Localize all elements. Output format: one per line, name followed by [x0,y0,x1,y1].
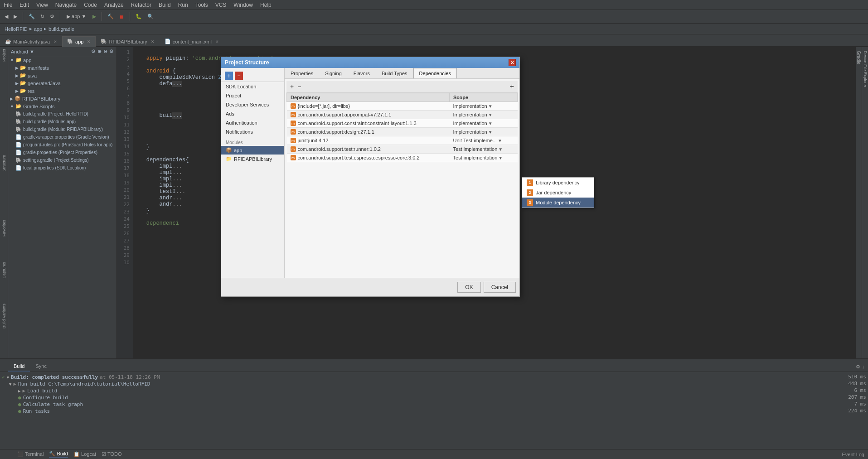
bottom-bar-todo[interactable]: ☑ TODO [102,451,121,457]
tab-build-types[interactable]: Build Types [376,68,413,78]
bottom-tab-build[interactable]: Build [8,362,30,372]
menu-item-navigate[interactable]: Navigate [52,1,80,9]
menu-item-refactor[interactable]: Refactor [127,1,155,9]
sidebar-item-java[interactable]: ▶ 📂 java [8,72,116,79]
expand-icon[interactable]: ⊕ [97,48,102,54]
menu-item-run[interactable]: Run [175,1,192,9]
tab-flavors[interactable]: Flavors [348,68,376,78]
sidebar-item-proguard[interactable]: 📄 proguard-rules.pro (ProGuard Rules for… [8,141,116,149]
tab-contentmain[interactable]: 📄 content_main.xml ✕ [160,36,224,46]
sidebar-item-app[interactable]: ▼ 📁 app [8,56,116,64]
forward-btn[interactable]: ▶ [12,13,19,20]
tab-close-contentmain[interactable]: ✕ [215,39,219,44]
sidebar-authentication[interactable]: Authentication [221,118,284,127]
project-btn[interactable]: 🔧 [27,13,37,20]
bottom-tab-sync[interactable]: Sync [30,362,52,372]
gear-icon[interactable]: ⚙ [91,48,96,54]
sidebar-item-local[interactable]: 📄 local.properties (SDK Location) [8,164,116,172]
run-btn[interactable]: ▶ [91,13,98,20]
capture-icon[interactable]: Captures [0,262,8,279]
ok-button[interactable]: OK [457,282,480,293]
menu-item-vcs[interactable]: VCS [212,1,230,9]
app-selector[interactable]: ▶ app ▼ [64,13,89,20]
sidebar-item-gradle-properties[interactable]: 📄 gradle.properties (Project Properties) [8,149,116,156]
dropdown-item-jar[interactable]: 2 Jar dependency [522,188,594,198]
sidebar-project[interactable]: Project [221,91,284,100]
filter-icon[interactable]: ⚙ [109,48,114,54]
menu-item-file[interactable]: File [0,1,16,9]
build-variants-icon[interactable]: Build Variants [0,304,8,329]
gradle-panel[interactable]: Gradle [855,47,862,358]
tab-dependencies[interactable]: Dependencies [413,68,457,78]
scope-dropdown-5[interactable]: ▼ [498,147,503,152]
menu-item-help[interactable]: Help [257,1,275,9]
tab-mainactivity[interactable]: ☕ MainActivity.java ✕ [0,36,62,46]
bottom-bar-logcat[interactable]: 📋 Logcat [73,451,96,457]
debug-btn[interactable]: 🐛 [134,13,144,20]
collapse-icon[interactable]: ⊖ [103,48,107,54]
sidebar-ads[interactable]: Ads [221,109,284,118]
sidebar-module-rfid[interactable]: 📁 RFIDAPBILibrary [221,155,284,163]
cancel-button[interactable]: Cancel [484,282,516,293]
sidebar-developer-services[interactable]: Developer Services [221,100,284,109]
scope-dropdown-6[interactable]: ▼ [498,155,503,160]
build-btn[interactable]: 🔨 [106,13,116,20]
sidebar-item-gradle-scripts[interactable]: ▼ 📂 Gradle Scripts [8,102,116,110]
menu-item-build[interactable]: Build [155,1,175,9]
event-log-btn[interactable]: Event Log [842,452,864,457]
tab-close-app[interactable]: ✕ [87,39,91,44]
settings-btn[interactable]: ⚙ [48,13,56,20]
add-module-btn[interactable]: + [225,72,233,80]
collapse-arrow-icon[interactable]: ▼ [7,375,9,380]
menu-item-edit[interactable]: Edit [16,1,33,9]
sync-btn[interactable]: ↻ [39,13,46,20]
sidebar-item-generatedjava[interactable]: ▶ 📂 generatedJava [8,79,116,87]
breadcrumb-file[interactable]: build.gradle [48,26,74,32]
menu-item-window[interactable]: Window [230,1,257,9]
sidebar-item-rfidlib[interactable]: ▶ 📦 RFIDAPBILibrary [8,95,116,102]
menu-item-view[interactable]: View [33,1,52,9]
tab-app[interactable]: 🐘 app ✕ [62,36,96,47]
tab-properties[interactable]: Properties [285,68,319,78]
tab-signing[interactable]: Signing [319,68,348,78]
stop-btn[interactable]: ⏹ [117,13,126,20]
scope-dropdown-3[interactable]: ▼ [488,130,493,135]
bottom-bar-build[interactable]: 🔨 Build [49,451,68,458]
sidebar-item-build-rfid[interactable]: 🐘 build.gradle (Module: RFIDAPBILibrary) [8,126,116,133]
sidebar-sdk-location[interactable]: SDK Location [221,82,284,91]
sidebar-item-settings[interactable]: 🐘 settings.gradle (Project Settings) [8,156,116,164]
device-file-explorer[interactable]: Device File Explorer [862,47,868,358]
search-btn[interactable]: 🔍 [145,13,155,20]
sidebar-module-app[interactable]: 📦 app [221,146,284,155]
menu-item-analyze[interactable]: Analyze [101,1,127,9]
menu-item-code[interactable]: Code [80,1,101,9]
sidebar-notifications[interactable]: Notifications [221,127,284,136]
scope-dropdown-4[interactable]: ▼ [498,138,502,143]
remove-module-btn[interactable]: − [235,72,243,80]
android-dropdown[interactable]: Android ▼ [11,49,34,54]
menu-item-tools[interactable]: Tools [192,1,212,9]
tab-close-mainactivity[interactable]: ✕ [53,39,57,44]
structure-icon[interactable]: Structure [0,155,8,172]
run-expand-icon[interactable]: ▼ [9,382,11,387]
bottom-settings-btn[interactable]: ⚙ ↓ [852,362,868,372]
remove-dep-btn[interactable]: − [296,83,302,90]
sidebar-item-res[interactable]: ▶ 📂 res [8,87,116,95]
project-icon[interactable]: Project [0,49,8,62]
tab-rfid[interactable]: 🐘 RFIDAPBILibrary ✕ [96,36,159,46]
sidebar-item-wrapper[interactable]: 📄 gradle-wrapper.properties (Gradle Vers… [8,133,116,141]
back-btn[interactable]: ◀ [3,13,10,20]
load-expand-icon[interactable]: ▶ [18,389,20,393]
add-dep-btn[interactable]: + [289,83,295,90]
dropdown-item-module[interactable]: 3 Module dependency [522,198,594,208]
sidebar-item-build-project[interactable]: 🐘 build.gradle (Project: HelloRFID) [8,110,116,118]
sidebar-item-build-app[interactable]: 🐘 build.gradle (Module: app) [8,118,116,126]
dialog-close-button[interactable]: ✕ [509,59,516,66]
scope-dropdown-1[interactable]: ▼ [488,112,493,117]
sidebar-item-manifests[interactable]: ▶ 📂 manifests [8,64,116,72]
scope-dropdown-0[interactable]: ▼ [488,104,493,109]
tab-close-rfid[interactable]: ✕ [151,39,155,44]
dropdown-item-library[interactable]: 1 Library dependency [522,178,594,188]
breadcrumb-app[interactable]: app [34,26,42,32]
breadcrumb-hello[interactable]: HelloRFID [5,26,28,32]
